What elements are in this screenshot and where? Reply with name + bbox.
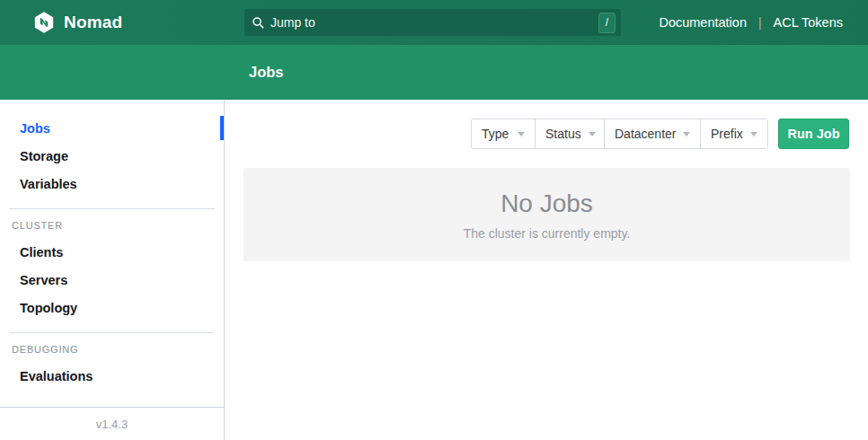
sidebar-item-label: Jobs — [20, 121, 50, 136]
prefix-filter-dropdown[interactable]: Prefix — [700, 119, 767, 148]
chevron-down-icon — [589, 132, 596, 136]
sidebar-divider — [9, 332, 215, 333]
jump-to-search[interactable]: / — [244, 9, 621, 36]
sidebar-item-label: Servers — [20, 273, 67, 287]
search-input[interactable] — [270, 15, 598, 30]
chevron-down-icon — [518, 132, 525, 136]
nomad-hexagon-icon — [32, 11, 56, 34]
search-icon — [252, 16, 265, 30]
chevron-down-icon — [750, 132, 757, 136]
sidebar-item-label: Topology — [20, 301, 77, 315]
documentation-link[interactable]: Documentation — [659, 15, 747, 30]
version-footer: v1.4.3 — [0, 407, 224, 440]
nomad-logo[interactable]: Nomad — [0, 11, 122, 34]
empty-state-message: The cluster is currently empty. — [464, 226, 631, 241]
sidebar-divider — [9, 208, 215, 209]
sidebar-item-storage[interactable]: Storage — [0, 142, 224, 170]
sidebar-item-label: Variables — [20, 177, 77, 191]
version-label: v1.4.3 — [96, 418, 128, 431]
sidebar-section-debugging: DEBUGGING — [0, 337, 224, 362]
page-header: Jobs — [0, 45, 868, 100]
sidebar-section-cluster: CLUSTER — [0, 213, 224, 238]
acl-tokens-link[interactable]: ACL Tokens — [774, 15, 843, 30]
empty-state-title: No Jobs — [500, 189, 593, 218]
sidebar-item-variables[interactable]: Variables — [0, 170, 224, 198]
slash-shortcut-key: / — [598, 13, 616, 33]
sidebar-item-evaluations[interactable]: Evaluations — [0, 362, 224, 390]
sidebar-item-label: Storage — [20, 149, 68, 163]
chevron-down-icon — [683, 132, 690, 136]
nav-links-separator: | — [758, 15, 762, 30]
status-filter-dropdown[interactable]: Status — [535, 119, 604, 148]
sidebar-item-label: Evaluations — [20, 369, 93, 383]
brand-name: Nomad — [64, 13, 122, 32]
active-indicator-bar — [220, 116, 224, 140]
filter-bar: Type Status Datacenter Prefix — [471, 119, 768, 149]
filter-label: Status — [545, 127, 581, 141]
filter-label: Datacenter — [615, 127, 676, 141]
sidebar-item-label: Clients — [20, 245, 63, 260]
run-job-button[interactable]: Run Job — [778, 119, 849, 149]
sidebar-item-jobs[interactable]: Jobs — [0, 114, 224, 142]
filter-label: Type — [482, 127, 509, 141]
sidebar-item-topology[interactable]: Topology — [0, 294, 224, 321]
filter-label: Prefix — [711, 127, 743, 141]
type-filter-dropdown[interactable]: Type — [472, 119, 535, 148]
sidebar: Jobs Storage Variables CLUSTER Clients S… — [0, 100, 225, 440]
sidebar-nav: Jobs Storage Variables CLUSTER Clients S… — [0, 100, 224, 390]
page-title: Jobs — [249, 64, 284, 81]
top-navbar: Nomad / Documentation | ACL Tokens — [0, 0, 868, 45]
empty-state-panel: No Jobs The cluster is currently empty. — [244, 168, 850, 261]
top-nav-links: Documentation | ACL Tokens — [659, 0, 843, 45]
sidebar-item-clients[interactable]: Clients — [0, 238, 224, 266]
datacenter-filter-dropdown[interactable]: Datacenter — [604, 119, 700, 148]
sidebar-item-servers[interactable]: Servers — [0, 266, 224, 294]
